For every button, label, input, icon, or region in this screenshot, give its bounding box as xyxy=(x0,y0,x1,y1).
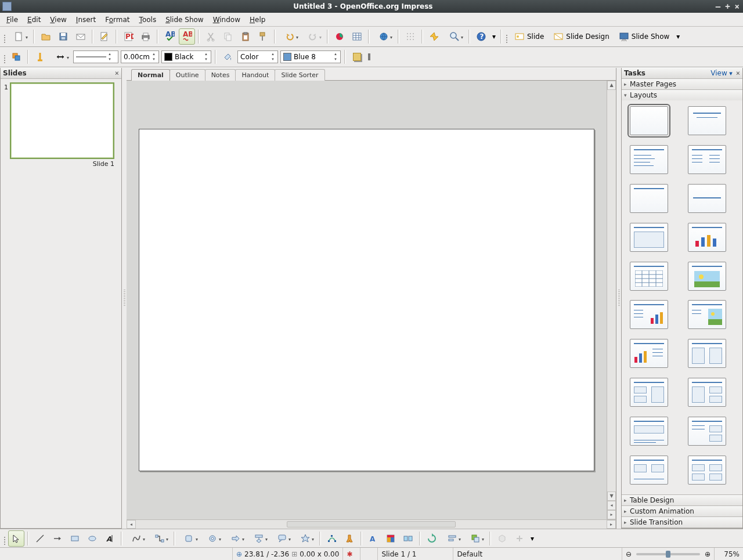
tab-normal[interactable]: Normal xyxy=(131,69,170,81)
navigator-button[interactable] xyxy=(426,28,442,45)
undo-button[interactable] xyxy=(279,28,301,45)
splitter-right[interactable] xyxy=(616,68,621,529)
zoom-slider[interactable] xyxy=(636,553,700,555)
layout-four-a[interactable] xyxy=(630,456,668,485)
paste-button[interactable] xyxy=(237,28,254,45)
toolbar-handle-2[interactable] xyxy=(504,29,508,44)
line-color-combo[interactable]: Black▴▾ xyxy=(161,50,211,63)
status-slide[interactable]: Slide 1 / 1 xyxy=(377,548,453,560)
section-custom-animation[interactable]: ▸Custom Animation xyxy=(622,506,742,516)
export-pdf-button[interactable]: PDF xyxy=(120,28,136,45)
horizontal-scrollbar[interactable]: ◂▸ xyxy=(127,519,616,529)
hyperlink-button[interactable] xyxy=(373,28,395,45)
toolbar-overflow-3[interactable] xyxy=(366,49,372,65)
line-width-combo[interactable]: 0.00cm▴▾ xyxy=(121,50,159,63)
status-style[interactable]: Default xyxy=(453,548,622,560)
line-tool[interactable] xyxy=(32,530,48,547)
status-signature[interactable] xyxy=(360,548,377,560)
layout-text-image[interactable] xyxy=(688,300,726,329)
arrow-tool[interactable] xyxy=(49,530,66,547)
interaction-tool[interactable] xyxy=(511,530,528,547)
toolbar-handle-4[interactable] xyxy=(2,531,6,546)
table-button[interactable] xyxy=(349,28,365,45)
section-table-design[interactable]: ▸Table Design xyxy=(622,495,742,505)
layout-chart-text[interactable] xyxy=(630,339,668,368)
fill-style-combo[interactable]: Color▴▾ xyxy=(237,50,278,63)
text-tool[interactable]: A xyxy=(102,530,118,547)
spellcheck-button[interactable]: ABC xyxy=(161,28,178,45)
layout-four-b[interactable] xyxy=(688,456,726,485)
layout-three-boxes-b[interactable] xyxy=(688,378,726,407)
grid-button[interactable] xyxy=(402,28,419,45)
fontwork-tool[interactable]: A xyxy=(365,530,381,547)
ellipse-tool[interactable] xyxy=(84,530,100,547)
points-tool[interactable] xyxy=(324,530,340,547)
tab-handout[interactable]: Handout xyxy=(235,69,275,81)
copy-button[interactable] xyxy=(220,28,236,45)
toolbar-handle-3[interactable] xyxy=(2,49,6,64)
slides-panel-close[interactable]: × xyxy=(115,69,119,77)
symbol-shapes-tool[interactable] xyxy=(201,530,223,547)
tab-slide-sorter[interactable]: Slide Sorter xyxy=(275,69,324,81)
menu-file[interactable]: File xyxy=(2,15,22,25)
layout-three-boxes-a[interactable] xyxy=(630,378,668,407)
canvas-viewport[interactable] xyxy=(127,81,607,519)
email-button[interactable] xyxy=(73,28,89,45)
redo-button[interactable] xyxy=(302,28,324,45)
slide-canvas[interactable] xyxy=(139,129,594,471)
tab-outline[interactable]: Outline xyxy=(169,69,205,81)
layout-title-chart[interactable] xyxy=(688,223,726,252)
select-tool[interactable] xyxy=(8,530,24,547)
new-button[interactable] xyxy=(8,28,30,45)
menu-tools[interactable]: Tools xyxy=(135,15,161,25)
chart-button[interactable] xyxy=(331,28,348,45)
extrusion-tool[interactable] xyxy=(494,530,510,547)
section-master-pages[interactable]: ▸Master Pages xyxy=(622,79,742,89)
slide-show-button[interactable]: Slide Show xyxy=(615,29,673,44)
toolbar-overflow-2[interactable]: ▾ xyxy=(675,28,681,45)
status-modified-icon[interactable]: ✱ xyxy=(342,548,360,560)
open-button[interactable] xyxy=(38,28,54,45)
arrange-button[interactable] xyxy=(8,49,24,65)
line-style-picker[interactable] xyxy=(32,49,48,65)
slide-design-button[interactable]: Slide Design xyxy=(549,29,614,44)
from-file-tool[interactable] xyxy=(383,530,399,547)
zoom-in-icon[interactable]: ⊕ xyxy=(705,550,710,558)
area-fill-icon[interactable] xyxy=(219,49,236,65)
line-style-combo[interactable]: ▴▾ xyxy=(73,50,118,63)
layout-title-table[interactable] xyxy=(630,262,668,291)
connector-tool[interactable] xyxy=(149,530,171,547)
toolbar-handle[interactable] xyxy=(2,29,6,44)
close-button[interactable]: × xyxy=(735,2,740,11)
menu-help[interactable]: Help xyxy=(246,15,269,25)
minimize-button[interactable]: — xyxy=(716,2,720,11)
shadow-button[interactable] xyxy=(349,49,365,65)
edit-file-button[interactable] xyxy=(96,28,113,45)
fill-color-combo[interactable]: Blue 8▴▾ xyxy=(280,50,341,63)
tasks-panel-close[interactable]: × xyxy=(736,69,740,77)
layout-two-content[interactable] xyxy=(688,145,726,174)
save-button[interactable] xyxy=(55,28,71,45)
section-slide-transition[interactable]: ▸Slide Transition xyxy=(622,517,742,528)
layout-text-over-object[interactable] xyxy=(688,417,726,446)
layout-two-boxes[interactable] xyxy=(688,339,726,368)
flowchart-tool[interactable] xyxy=(248,530,270,547)
callouts-tool[interactable] xyxy=(271,530,293,547)
zoom-button[interactable] xyxy=(443,28,466,45)
curve-tool[interactable] xyxy=(125,530,147,547)
vertical-scrollbar[interactable]: ▲ ▼◂▸ xyxy=(607,81,616,519)
stars-tool[interactable] xyxy=(294,530,316,547)
gluepoints-tool[interactable] xyxy=(341,530,358,547)
print-button[interactable] xyxy=(138,28,154,45)
format-paintbrush-button[interactable] xyxy=(255,28,271,45)
maximize-button[interactable]: + xyxy=(725,2,730,11)
gallery-tool[interactable] xyxy=(400,530,416,547)
layout-title-object[interactable] xyxy=(630,223,668,252)
zoom-controls[interactable]: ⊖ ⊕ xyxy=(622,548,714,560)
layout-centered[interactable] xyxy=(688,184,726,213)
menu-window[interactable]: Window xyxy=(209,15,244,25)
splitter-left[interactable] xyxy=(122,68,127,529)
layout-title[interactable] xyxy=(688,106,726,135)
arrange-tool[interactable] xyxy=(464,530,486,547)
menu-format[interactable]: Format xyxy=(101,15,134,25)
